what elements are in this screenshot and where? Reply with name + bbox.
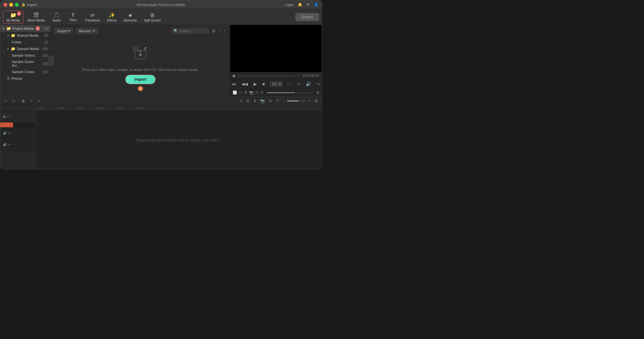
- sidebar-item-folder[interactable]: Folder (0): [0, 39, 51, 45]
- step-back-button[interactable]: ◀◀: [240, 81, 249, 87]
- sidebar-item-sample-green-screen[interactable]: Sample Green Scr... (10): [0, 59, 51, 69]
- timeline-tool-5[interactable]: ⊡: [267, 98, 273, 104]
- mail-icon[interactable]: ✉: [307, 3, 310, 7]
- skip-back-button[interactable]: ⏮: [230, 81, 237, 87]
- preview-tool-layout[interactable]: ⊡: [255, 91, 258, 95]
- undo-button[interactable]: ↩: [3, 98, 9, 104]
- preview-tool-clock[interactable]: ⏱: [260, 91, 264, 95]
- zoom-slider[interactable]: [287, 100, 306, 102]
- sample-videos-count: (20): [42, 54, 48, 57]
- record-dropdown-button[interactable]: Record - ▾: [76, 28, 98, 34]
- volume-slider-track[interactable]: [267, 92, 313, 93]
- audio-1-loop[interactable]: ↩: [8, 131, 10, 135]
- redo-button[interactable]: ↪: [10, 98, 16, 104]
- speed-select[interactable]: 1/2 1/1 2x: [269, 81, 283, 87]
- left-handle[interactable]: [: [296, 74, 297, 78]
- cut-button[interactable]: ✂: [29, 98, 34, 104]
- toolbar-elements[interactable]: ◈ Elements: [120, 11, 140, 23]
- main-area: ▶ 📁 Project Media 2 (0) ▼ 📁 Shared Media…: [0, 25, 322, 96]
- timeline-expand-button[interactable]: ⊞: [313, 98, 319, 104]
- toolbar-transitions[interactable]: ⇄ Transitions: [81, 11, 103, 23]
- track-header-audio-2: 🔊 ↩ ⋯: [0, 139, 35, 150]
- grid-view-icon[interactable]: ⋮⋮: [218, 28, 227, 34]
- export-button[interactable]: Export: [295, 13, 319, 21]
- volume-slider-fill: [267, 92, 295, 93]
- transitions-icon: ⇄: [90, 12, 94, 18]
- user-icon[interactable]: 👤: [314, 3, 319, 7]
- volume-button[interactable]: 🔊: [305, 81, 312, 87]
- shared-media-count: (0): [44, 34, 48, 37]
- audio-1-menu[interactable]: ⋯: [12, 131, 15, 135]
- sidebar-item-sample-media[interactable]: ▼ 📁 Sample Media (55): [0, 45, 51, 52]
- preview-tool-snapshot[interactable]: 📷: [249, 91, 254, 95]
- notification-icon[interactable]: 🔔: [298, 3, 302, 7]
- toolbar-split-screen[interactable]: ⊞ Split Screen: [141, 11, 164, 23]
- sidebar-wrapper: ▶ 📁 Project Media 2 (0) ▼ 📁 Shared Media…: [0, 25, 51, 96]
- preview-timeline-bar: [ ] 00:00:00:00: [230, 72, 322, 79]
- audio-2-loop[interactable]: ↩: [8, 143, 10, 146]
- stop-button[interactable]: ■: [261, 81, 266, 87]
- timeline-tool-3[interactable]: ⬇: [252, 98, 258, 104]
- expand-arrow-sample-media: ▼: [7, 47, 10, 50]
- sidebar-item-sample-colors[interactable]: Sample Colors (25): [0, 69, 51, 75]
- audio-1-icon: 🔊: [3, 131, 7, 135]
- search-icon: 🔍: [174, 29, 178, 33]
- preview-tool-expand[interactable]: ⊞: [316, 91, 319, 95]
- preview-tool-download[interactable]: ⬇: [244, 91, 247, 95]
- toolbar-divider-2: [43, 99, 43, 103]
- delete-clip-button[interactable]: 🗑: [20, 98, 27, 104]
- track-content: 00:00 00:05 00:10 00:15 00:20 00:25 Drag…: [35, 105, 322, 169]
- minimize-button[interactable]: [9, 3, 13, 7]
- import-dropdown-button[interactable]: Import ▾: [54, 28, 73, 34]
- zoom-fit-button[interactable]: ⤢: [295, 81, 301, 87]
- toolbar-my-media[interactable]: 📁 My Media 1: [3, 10, 23, 24]
- media-toolbar: Import ▾ Record - ▾ 🔍 ⚙ ⋮⋮: [51, 25, 230, 37]
- toolbar-titles[interactable]: T Titles: [65, 11, 81, 23]
- timeline-tracks: ▣ ↩ ⋯ 🔊 ↩ ⋯ 🔊 ↩ ⋯: [0, 105, 322, 169]
- sidebar-collapse-button[interactable]: ‹: [48, 56, 54, 66]
- crop-button[interactable]: ⬚: [286, 81, 292, 87]
- preview-tool-protect[interactable]: 🛡: [239, 91, 242, 95]
- timeline-tool-1[interactable]: ⊙: [238, 98, 244, 104]
- playhead-dot: [233, 75, 235, 77]
- zoom-minus-button[interactable]: -: [282, 98, 286, 104]
- folder-icon-sample-media: 📁: [11, 47, 16, 51]
- main-toolbar: 📁 My Media 1 🎬 Stock Media 🎵 Audio T Tit…: [0, 9, 322, 25]
- preview-tool-motion[interactable]: ⬜: [233, 91, 237, 95]
- audio-2-menu[interactable]: ⋯: [12, 143, 15, 146]
- drop-zone: Drop your video clips, images, or audio …: [51, 37, 230, 96]
- video-track-menu[interactable]: ⋯: [11, 115, 14, 118]
- my-media-badge: 1: [17, 11, 21, 16]
- play-button[interactable]: ▶: [252, 81, 258, 87]
- sidebar-item-shared-media[interactable]: ▼ 📁 Shared Media (0): [0, 32, 51, 39]
- search-input[interactable]: [179, 29, 205, 33]
- maximize-button[interactable]: [15, 3, 19, 7]
- sidebar-item-sample-videos[interactable]: Sample Videos (20): [0, 52, 51, 59]
- login-button[interactable]: Login: [285, 3, 293, 7]
- toolbar-effects[interactable]: ✨ Effects: [104, 11, 120, 23]
- drop-text: Drop your video clips, images, or audio …: [82, 68, 198, 72]
- toolbar-stock-media[interactable]: 🎬 Stock Media: [24, 11, 48, 23]
- right-handle[interactable]: ]: [298, 74, 299, 78]
- sidebar-item-project-media[interactable]: ▶ 📁 Project Media 2 (0): [0, 25, 51, 32]
- titles-label: Titles: [69, 18, 77, 22]
- app-window: 🔒 Import Wondershare Filmora (Untitled) …: [0, 0, 322, 169]
- toolbar-audio[interactable]: 🎵 Audio: [48, 11, 64, 23]
- import-media-button[interactable]: Import: [125, 75, 155, 84]
- adjust-button[interactable]: ≡: [36, 98, 41, 104]
- progress-line[interactable]: [237, 76, 294, 76]
- sample-media-label: Sample Media: [17, 47, 39, 51]
- orange-clip-indicator: [0, 122, 13, 127]
- timeline-tool-6[interactable]: ⏱: [274, 98, 281, 104]
- video-track-loop-icon[interactable]: ↩: [7, 115, 10, 118]
- close-button[interactable]: [3, 3, 7, 7]
- fullscreen-button[interactable]: ⤡: [315, 81, 321, 87]
- audio-icon: 🎵: [53, 12, 60, 18]
- sidebar-item-photos[interactable]: ⚙ Photos: [0, 75, 51, 82]
- effects-label: Effects: [107, 19, 117, 22]
- filter-icon[interactable]: ⚙: [212, 28, 216, 34]
- timeline-tool-4[interactable]: 📷: [259, 98, 266, 104]
- zoom-plus-button[interactable]: +: [307, 98, 312, 104]
- timeline-area: ↩ ↪ 🗑 ✂ ≡ ⊙ ⊕ ⬇ 📷 ⊡ ⏱ - + ⊞: [0, 96, 322, 169]
- timeline-tool-2[interactable]: ⊕: [245, 98, 251, 104]
